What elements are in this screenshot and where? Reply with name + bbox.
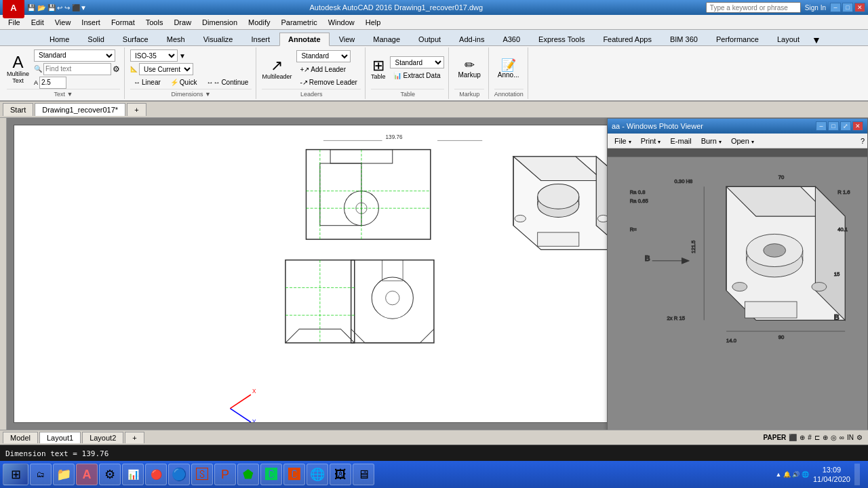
multileader-button[interactable]: ↗ Multileader [262,58,292,80]
ortho-icon[interactable]: ⊏ [814,434,820,441]
anno-button[interactable]: 📝 Anno... [494,57,523,81]
text-style-dropdown[interactable]: Standard Annotative [34,49,115,62]
layout1-tab[interactable]: Layout1 [39,432,81,443]
find-text-settings[interactable]: ⚙ [113,64,120,74]
tab-solid[interactable]: Solid [79,33,113,45]
use-current-dropdown[interactable]: Use Current [139,63,193,75]
close-button[interactable]: ✕ [854,3,865,12]
start-tab[interactable]: Start [3,103,33,116]
tab-layout[interactable]: Layout [768,33,808,45]
tab-express-tools[interactable]: Express Tools [530,33,593,45]
app10[interactable]: 🅲 [260,464,282,485]
app7[interactable]: 🅂 [191,464,213,485]
add-tab[interactable]: + [127,103,146,116]
pv-close-button[interactable]: ✕ [852,121,863,131]
show-desktop-corner[interactable] [854,464,860,485]
pv-maximize-button[interactable]: ⤢ [840,121,851,131]
snap-icon[interactable]: ⊕ [800,434,805,441]
app5[interactable]: 🔴 [145,464,167,485]
app13[interactable]: 🖼 [330,464,351,485]
dim-style-dropdown[interactable]: ISO-35 Standard [130,49,178,62]
sign-in-button[interactable]: Sign In [805,4,826,12]
tab-a360[interactable]: A360 [494,33,529,45]
tab-bim360[interactable]: BIM 360 [661,33,707,45]
grid-icon[interactable]: # [808,434,812,441]
find-text-input[interactable] [43,63,111,75]
menu-modify[interactable]: Modify [243,17,275,28]
pv-minimize-button[interactable]: – [816,121,827,131]
pv-menu-email[interactable]: E-mail [666,136,695,146]
quick-button[interactable]: ⚡ Quick [167,77,201,88]
otrack-icon[interactable]: ∞ [840,434,844,441]
tab-addins[interactable]: Add-ins [450,33,493,45]
settings-icon[interactable]: ⚙ [856,434,863,441]
maximize-button[interactable]: □ [842,3,853,12]
table-style-dropdown[interactable]: Standard [390,56,444,68]
tab-visualize[interactable]: Visualize [195,33,242,45]
tab-view[interactable]: View [330,33,364,45]
remove-leader-button[interactable]: -↗ Remove Leader [296,77,361,88]
pv-restore-button[interactable]: □ [828,121,839,131]
search-input[interactable] [706,2,801,13]
extract-data-button[interactable]: 📊 Extract Data [390,70,444,81]
pv-menu-burn[interactable]: Burn ▾ [697,136,726,146]
font-size-input[interactable] [39,77,66,89]
menu-edit[interactable]: Edit [26,17,50,28]
app6[interactable]: 🔵 [168,464,190,485]
osnap-icon[interactable]: ◎ [831,434,837,441]
multiline-text-button[interactable]: A Multiline Text [7,54,29,84]
autocad-taskbar-button[interactable]: A [76,464,98,485]
app4[interactable]: 📊 [122,464,144,485]
pv-help-button[interactable]: ? [861,137,865,145]
continue-button[interactable]: ↔↔ Continue [203,77,252,88]
polar-icon[interactable]: ⊕ [823,434,828,441]
collapse-ribbon-button[interactable]: ▼ [812,35,821,45]
leader-style-dropdown[interactable]: Standard [296,50,351,62]
markup-button[interactable]: ✏ Markup [454,57,484,81]
pv-menu-open[interactable]: Open ▾ [727,136,758,146]
menu-draw[interactable]: Draw [168,17,197,28]
tab-insert[interactable]: Insert [242,33,279,45]
dimensions-group-label[interactable]: Dimensions ▼ [130,89,252,98]
tab-surface[interactable]: Surface [114,33,157,45]
app11[interactable]: 🅲 [283,464,305,485]
text-group-label[interactable]: Text ▼ [7,89,120,98]
menu-dimension[interactable]: Dimension [197,17,243,28]
tab-home[interactable]: Home [41,33,78,45]
tab-performance[interactable]: Performance [707,33,768,45]
menu-parametric[interactable]: Parametric [275,17,322,28]
dim-style-settings[interactable]: ▼ [179,52,186,60]
model-tab[interactable]: Model [3,432,38,443]
pv-menu-print[interactable]: Print ▾ [637,136,665,146]
table-button[interactable]: ⊞ Table [371,58,386,80]
menu-format[interactable]: Format [106,17,140,28]
show-desktop-button[interactable]: 🗂 [30,464,52,485]
menu-tools[interactable]: Tools [140,17,169,28]
tab-output[interactable]: Output [410,33,450,45]
tables-group-content: ⊞ Table Standard 📊 Extract Data [371,49,445,89]
drawing-tab[interactable]: Drawing1_recover017* [35,103,125,116]
explorer-button[interactable]: 📁 [53,464,75,485]
start-button[interactable]: ⊞ [3,464,28,485]
add-layout-tab[interactable]: + [125,432,144,443]
menu-help[interactable]: Help [360,17,387,28]
menu-window[interactable]: Window [323,17,360,28]
linear-button[interactable]: ↔ Linear [130,77,164,88]
minimize-button[interactable]: – [830,3,841,12]
tab-mesh[interactable]: Mesh [158,33,194,45]
menu-insert[interactable]: Insert [76,17,106,28]
tab-manage[interactable]: Manage [364,33,409,45]
tab-featured-apps[interactable]: Featured Apps [594,33,660,45]
app8[interactable]: P [214,464,236,485]
app14[interactable]: 🖥 [353,464,374,485]
app12[interactable]: 🌐 [307,464,328,485]
pv-menu-file[interactable]: File ▾ [610,136,635,146]
layout2-tab[interactable]: Layout2 [82,432,123,443]
app9[interactable]: ⬟ [237,464,259,485]
add-leader-button[interactable]: +↗ Add Leader [296,64,361,75]
app3[interactable]: ⚙ [99,464,121,485]
menu-file[interactable]: File [3,17,26,28]
canvas-area[interactable]: 139.76 [7,118,868,430]
tab-annotate[interactable]: Annotate [279,33,330,46]
menu-view[interactable]: View [50,17,77,28]
